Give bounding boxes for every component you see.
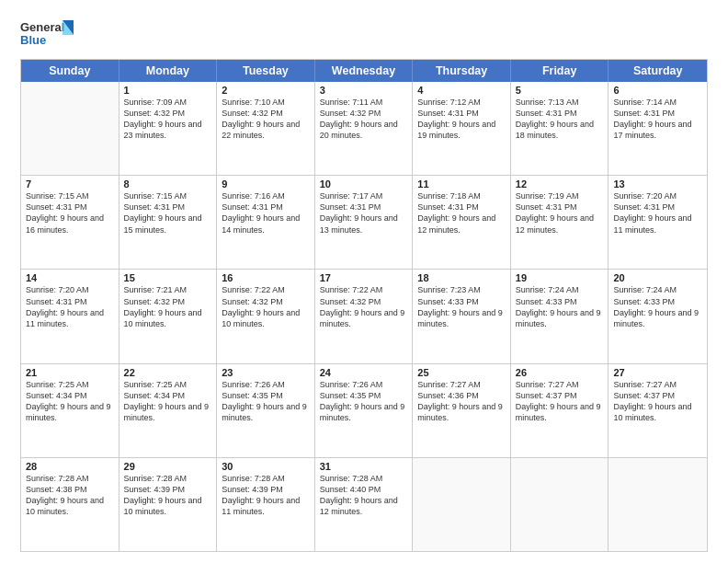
- calendar-day-26: 26Sunrise: 7:27 AMSunset: 4:37 PMDayligh…: [511, 364, 609, 457]
- calendar-empty-cell: [413, 458, 511, 551]
- day-number: 12: [516, 178, 604, 190]
- day-info: Sunrise: 7:15 AMSunset: 4:31 PMDaylight:…: [124, 190, 212, 236]
- calendar-day-8: 8Sunrise: 7:15 AMSunset: 4:31 PMDaylight…: [119, 176, 218, 269]
- day-number: 3: [320, 85, 408, 96]
- day-info: Sunrise: 7:22 AMSunset: 4:32 PMDaylight:…: [320, 284, 408, 329]
- calendar-empty-cell: [511, 458, 609, 551]
- calendar-row-1: 1Sunrise: 7:09 AMSunset: 4:32 PMDaylight…: [21, 82, 707, 175]
- day-info: Sunrise: 7:27 AMSunset: 4:37 PMDaylight:…: [613, 379, 702, 424]
- day-info: Sunrise: 7:13 AMSunset: 4:31 PMDaylight:…: [516, 97, 604, 142]
- day-number: 15: [124, 272, 212, 283]
- calendar-day-25: 25Sunrise: 7:27 AMSunset: 4:36 PMDayligh…: [413, 364, 511, 457]
- calendar-row-5: 28Sunrise: 7:28 AMSunset: 4:38 PMDayligh…: [21, 457, 707, 551]
- day-number: 16: [222, 272, 310, 283]
- day-number: 24: [320, 367, 408, 378]
- day-info: Sunrise: 7:15 AMSunset: 4:31 PMDaylight:…: [26, 190, 114, 236]
- day-number: 2: [222, 85, 310, 96]
- day-info: Sunrise: 7:12 AMSunset: 4:31 PMDaylight:…: [417, 97, 506, 142]
- calendar-day-15: 15Sunrise: 7:21 AMSunset: 4:32 PMDayligh…: [119, 270, 218, 362]
- calendar-day-18: 18Sunrise: 7:23 AMSunset: 4:33 PMDayligh…: [413, 270, 511, 362]
- calendar-row-2: 7Sunrise: 7:15 AMSunset: 4:31 PMDaylight…: [21, 175, 707, 269]
- calendar-row-3: 14Sunrise: 7:20 AMSunset: 4:31 PMDayligh…: [21, 269, 707, 362]
- day-number: 1: [124, 85, 212, 96]
- day-info: Sunrise: 7:28 AMSunset: 4:38 PMDaylight:…: [26, 473, 114, 518]
- day-info: Sunrise: 7:16 AMSunset: 4:31 PMDaylight:…: [222, 190, 310, 236]
- day-number: 22: [124, 367, 212, 378]
- day-number: 31: [320, 461, 408, 472]
- calendar-empty-cell: [609, 458, 707, 551]
- day-info: Sunrise: 7:24 AMSunset: 4:33 PMDaylight:…: [516, 284, 604, 329]
- calendar-day-10: 10Sunrise: 7:17 AMSunset: 4:31 PMDayligh…: [315, 176, 414, 269]
- calendar-day-31: 31Sunrise: 7:28 AMSunset: 4:40 PMDayligh…: [315, 458, 414, 551]
- calendar-header: SundayMondayTuesdayWednesdayThursdayFrid…: [21, 60, 707, 82]
- day-number: 19: [516, 272, 604, 283]
- day-number: 21: [26, 367, 114, 378]
- day-info: Sunrise: 7:26 AMSunset: 4:35 PMDaylight:…: [222, 379, 310, 424]
- calendar-day-22: 22Sunrise: 7:25 AMSunset: 4:34 PMDayligh…: [119, 364, 218, 457]
- day-number: 18: [417, 272, 506, 283]
- day-info: Sunrise: 7:28 AMSunset: 4:40 PMDaylight:…: [320, 473, 408, 518]
- day-info: Sunrise: 7:18 AMSunset: 4:31 PMDaylight:…: [417, 190, 506, 236]
- day-number: 6: [613, 85, 702, 96]
- calendar-day-11: 11Sunrise: 7:18 AMSunset: 4:31 PMDayligh…: [413, 176, 511, 269]
- day-info: Sunrise: 7:23 AMSunset: 4:33 PMDaylight:…: [417, 284, 506, 329]
- day-number: 4: [417, 85, 506, 96]
- day-number: 9: [222, 178, 310, 190]
- day-number: 5: [516, 85, 604, 96]
- header-day-monday: Monday: [119, 60, 218, 82]
- day-number: 26: [516, 367, 604, 378]
- day-info: Sunrise: 7:10 AMSunset: 4:32 PMDaylight:…: [222, 97, 310, 142]
- calendar-day-16: 16Sunrise: 7:22 AMSunset: 4:32 PMDayligh…: [217, 270, 315, 362]
- day-number: 20: [613, 272, 702, 283]
- day-info: Sunrise: 7:20 AMSunset: 4:31 PMDaylight:…: [613, 190, 702, 236]
- calendar-day-5: 5Sunrise: 7:13 AMSunset: 4:31 PMDaylight…: [511, 82, 609, 175]
- calendar-day-21: 21Sunrise: 7:25 AMSunset: 4:34 PMDayligh…: [21, 364, 119, 457]
- calendar-day-3: 3Sunrise: 7:11 AMSunset: 4:32 PMDaylight…: [315, 82, 414, 175]
- header-day-sunday: Sunday: [21, 60, 119, 82]
- day-info: Sunrise: 7:27 AMSunset: 4:36 PMDaylight:…: [417, 379, 506, 424]
- day-number: 14: [26, 272, 114, 283]
- calendar-day-4: 4Sunrise: 7:12 AMSunset: 4:31 PMDaylight…: [413, 82, 511, 175]
- header: General Blue: [20, 17, 708, 52]
- day-number: 11: [417, 178, 506, 190]
- day-info: Sunrise: 7:17 AMSunset: 4:31 PMDaylight:…: [320, 190, 408, 236]
- calendar-row-4: 21Sunrise: 7:25 AMSunset: 4:34 PMDayligh…: [21, 363, 707, 457]
- calendar-empty-cell: [21, 82, 119, 175]
- day-number: 29: [124, 461, 212, 472]
- calendar-day-14: 14Sunrise: 7:20 AMSunset: 4:31 PMDayligh…: [21, 270, 119, 362]
- header-day-wednesday: Wednesday: [315, 60, 414, 82]
- calendar-day-2: 2Sunrise: 7:10 AMSunset: 4:32 PMDaylight…: [217, 82, 315, 175]
- day-number: 27: [613, 367, 702, 378]
- day-info: Sunrise: 7:14 AMSunset: 4:31 PMDaylight:…: [613, 97, 702, 142]
- day-info: Sunrise: 7:24 AMSunset: 4:33 PMDaylight:…: [613, 284, 702, 329]
- header-day-friday: Friday: [511, 60, 609, 82]
- day-number: 30: [222, 461, 310, 472]
- calendar-day-19: 19Sunrise: 7:24 AMSunset: 4:33 PMDayligh…: [511, 270, 609, 362]
- day-info: Sunrise: 7:21 AMSunset: 4:32 PMDaylight:…: [124, 284, 212, 329]
- day-number: 25: [417, 367, 506, 378]
- day-info: Sunrise: 7:20 AMSunset: 4:31 PMDaylight:…: [26, 284, 114, 329]
- calendar-day-7: 7Sunrise: 7:15 AMSunset: 4:31 PMDaylight…: [21, 176, 119, 269]
- header-day-thursday: Thursday: [413, 60, 511, 82]
- logo: General Blue: [20, 17, 75, 52]
- day-info: Sunrise: 7:25 AMSunset: 4:34 PMDaylight:…: [26, 379, 114, 424]
- calendar-day-1: 1Sunrise: 7:09 AMSunset: 4:32 PMDaylight…: [119, 82, 218, 175]
- day-number: 17: [320, 272, 408, 283]
- calendar: SundayMondayTuesdayWednesdayThursdayFrid…: [20, 59, 708, 552]
- page: General Blue SundayMondayTuesdayWednesda…: [0, 0, 728, 563]
- day-info: Sunrise: 7:09 AMSunset: 4:32 PMDaylight:…: [124, 97, 212, 142]
- calendar-day-23: 23Sunrise: 7:26 AMSunset: 4:35 PMDayligh…: [217, 364, 315, 457]
- day-info: Sunrise: 7:25 AMSunset: 4:34 PMDaylight:…: [124, 379, 212, 424]
- calendar-day-13: 13Sunrise: 7:20 AMSunset: 4:31 PMDayligh…: [609, 176, 707, 269]
- svg-text:General: General: [20, 20, 64, 34]
- day-number: 23: [222, 367, 310, 378]
- day-info: Sunrise: 7:28 AMSunset: 4:39 PMDaylight:…: [222, 473, 310, 518]
- day-info: Sunrise: 7:26 AMSunset: 4:35 PMDaylight:…: [320, 379, 408, 424]
- calendar-body: 1Sunrise: 7:09 AMSunset: 4:32 PMDaylight…: [21, 82, 707, 551]
- day-info: Sunrise: 7:11 AMSunset: 4:32 PMDaylight:…: [320, 97, 408, 142]
- day-info: Sunrise: 7:22 AMSunset: 4:32 PMDaylight:…: [222, 284, 310, 329]
- calendar-day-20: 20Sunrise: 7:24 AMSunset: 4:33 PMDayligh…: [609, 270, 707, 362]
- svg-text:Blue: Blue: [20, 33, 46, 47]
- calendar-day-6: 6Sunrise: 7:14 AMSunset: 4:31 PMDaylight…: [609, 82, 707, 175]
- day-number: 10: [320, 178, 408, 190]
